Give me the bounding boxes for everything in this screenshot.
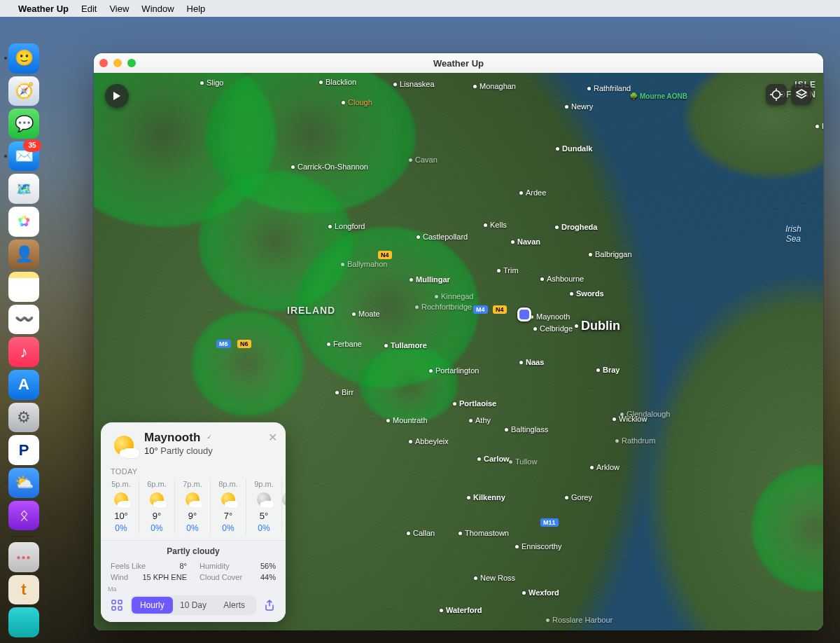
dock-safari-icon[interactable]: 🧭 (8, 76, 39, 106)
window-title: Weather Up (94, 58, 823, 69)
dock-photos-icon[interactable]: ✿ (8, 207, 39, 237)
hourly-forecast-row[interactable]: 5p.m.10°0%6p.m.9°0%7p.m.9°0%8p.m.7°0%9p.… (101, 476, 286, 540)
map-place-label: Blacklion (319, 78, 356, 86)
window-close-button[interactable] (99, 59, 108, 67)
dock-contacts-icon[interactable]: 👤 (8, 240, 39, 270)
svg-rect-4 (118, 607, 122, 610)
hour-precip: 0% (104, 523, 139, 533)
map-place-label: Rosslare Harbour (546, 616, 612, 624)
sea-label: Irish Sea (785, 224, 802, 244)
hour-time: 10 (282, 480, 286, 488)
map-place-label: Gorey (565, 493, 592, 502)
map-place-label: Thomastown (458, 529, 509, 537)
dock-recent-app-3-icon[interactable] (8, 607, 39, 637)
weather-details: Partly cloudy Feels Like8° Humidity56% W… (101, 540, 286, 590)
dock-freeform-icon[interactable]: 〰️ (8, 305, 39, 335)
card-toolbar: Hourly 10 Day Alerts (101, 590, 286, 622)
map-place-label: Bray (596, 366, 620, 374)
menu-window[interactable]: Window (141, 4, 174, 14)
map-place-label: Castlepollard (416, 233, 468, 241)
map-place-label: Arklow (590, 463, 620, 471)
road-badge: N4 (378, 251, 392, 259)
svg-rect-2 (118, 600, 122, 604)
dock-appstore-icon[interactable]: A (8, 370, 39, 400)
window-minimize-button[interactable] (113, 59, 122, 67)
share-icon (264, 600, 275, 611)
road-badge: M6 (216, 340, 231, 348)
tab-10day[interactable]: 10 Day (173, 597, 214, 614)
tab-hourly[interactable]: Hourly (132, 597, 173, 614)
menu-help[interactable]: Help (187, 4, 206, 14)
hour-condition-icon (246, 490, 281, 509)
grid-icon (111, 600, 122, 611)
dock-recent-app-1-icon[interactable]: ●●● (8, 542, 39, 572)
menubar-app-name[interactable]: Weather Up (18, 4, 69, 14)
hour-time: 8p.m. (211, 480, 246, 488)
dock-maps-icon[interactable]: 🗺️ (8, 174, 39, 204)
map-place-label: Birr (335, 388, 354, 396)
map-place-label: Maynooth (530, 312, 570, 321)
map-place-label: Dublin (575, 319, 620, 333)
country-label: IRELAND (287, 305, 335, 316)
dock-finder-icon[interactable]: 🙂 (8, 43, 39, 74)
current-location-pin[interactable] (517, 307, 531, 322)
dock-recent-app-2-icon[interactable]: t (8, 575, 39, 605)
location-name: Maynooth (144, 431, 200, 445)
road-badge: M4 (473, 305, 488, 314)
hour-temp: 7° (211, 511, 246, 521)
hour-condition-icon (211, 490, 246, 509)
dock-purple-app-icon[interactable]: ᛟ (8, 501, 39, 531)
menu-edit[interactable]: Edit (81, 4, 97, 14)
map-place-label: Lisnaskea (393, 80, 435, 88)
current-condition-icon (109, 431, 139, 460)
cloud-cover-value: 44% (260, 573, 276, 581)
grid-view-button[interactable] (108, 596, 126, 614)
map-place-label: Rathfriland (587, 84, 631, 92)
dock-paypal-icon[interactable]: P (8, 435, 39, 465)
weather-card: Maynooth 10° Partly cloudy ✕ TODAY 5p.m.… (101, 422, 286, 622)
hourly-forecast-cell[interactable]: 8p.m.7°0% (211, 478, 246, 534)
hourly-forecast-cell[interactable]: 9p.m.5°0% (246, 478, 282, 534)
hourly-forecast-cell[interactable]: 10 (282, 478, 286, 534)
dock-music-icon[interactable]: ♪ (8, 337, 39, 367)
play-radar-button[interactable] (105, 84, 129, 108)
map-view[interactable]: IRELAND ISLE OF MAN Irish Sea Cardigan B… (94, 73, 823, 630)
svg-point-0 (773, 91, 780, 99)
map-place-label: Waterford (440, 606, 482, 614)
wind-value: 15 KPH ENE (142, 573, 187, 581)
tab-alerts[interactable]: Alerts (214, 597, 255, 614)
menu-view[interactable]: View (109, 4, 129, 14)
map-place-label: Kilkenny (467, 493, 505, 502)
card-close-button[interactable]: ✕ (268, 431, 277, 444)
locate-me-button[interactable] (766, 84, 787, 105)
hour-condition-icon (139, 490, 174, 509)
window-zoom-button[interactable] (127, 59, 136, 67)
map-place-label: Naas (519, 358, 544, 366)
map-place-label: New Ross (474, 574, 515, 582)
map-place-label: Ashbourne (540, 275, 584, 283)
hourly-forecast-cell[interactable]: 7p.m.9°0% (175, 478, 211, 534)
hour-condition-icon (282, 490, 286, 509)
hourly-forecast-cell[interactable]: 6p.m.9°0% (139, 478, 175, 534)
share-button[interactable] (260, 596, 279, 614)
map-place-label: Swords (570, 289, 604, 298)
map-layers-button[interactable] (791, 84, 812, 105)
map-place-label: Trim (497, 266, 519, 275)
hour-time: 7p.m. (175, 480, 210, 488)
dock-notes-icon[interactable] (8, 272, 39, 302)
map-place-label: Balbriggan (589, 250, 632, 258)
today-label: TODAY (101, 467, 286, 476)
map-place-label: Newry (565, 102, 593, 111)
mail-badge: 35 (23, 139, 41, 152)
details-summary: Partly cloudy (111, 546, 276, 556)
map-place-label: Carrick-On-Shannon (291, 163, 368, 171)
window-titlebar[interactable]: Weather Up (94, 53, 823, 74)
dock-mail-icon[interactable]: ✉️35 (8, 141, 39, 172)
dock: 🙂 🧭 💬 ✉️35 🗺️ ✿ 👤 〰️ ♪ A ⚙︎ P ⛅ ᛟ ●●● t (4, 42, 43, 639)
hourly-forecast-cell[interactable]: 5p.m.10°0% (104, 478, 139, 534)
dock-weatherup-icon[interactable]: ⛅ (8, 468, 39, 498)
map-place-label: Callan (407, 529, 435, 537)
dock-messages-icon[interactable]: 💬 (8, 109, 39, 139)
dock-settings-icon[interactable]: ⚙︎ (8, 403, 39, 433)
map-place-label: Navan (511, 237, 540, 246)
